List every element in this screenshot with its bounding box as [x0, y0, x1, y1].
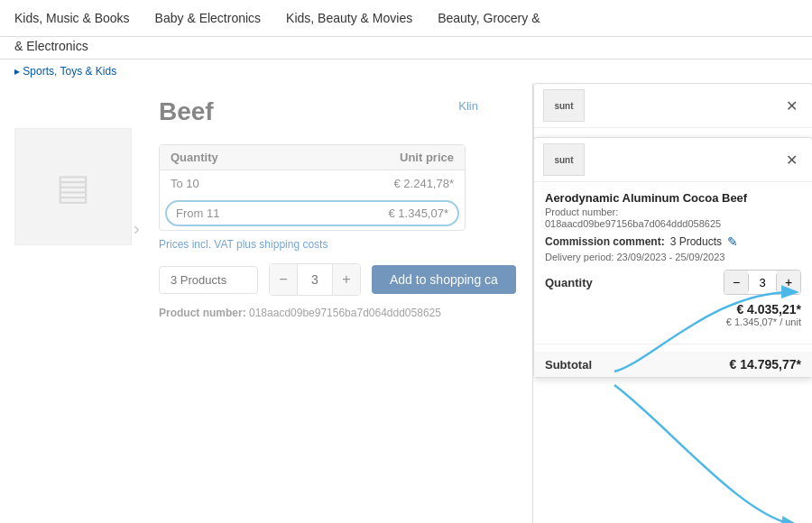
price-table: Quantity Unit price To 10 € 2.241,78* Fr… [159, 144, 466, 231]
cart-subtotal-row: Subtotal € 14.795,77* [534, 352, 812, 377]
cart-panel-back-header: sunt ✕ [534, 84, 812, 128]
cart-price-main-front: € 4.035,21* [545, 302, 801, 317]
qty-increase-btn[interactable]: + [333, 264, 360, 295]
breadcrumb[interactable]: ▸ Sports, Toys & Kids [0, 60, 812, 83]
product-number-line: Product number: 018aacd09be97156ba7d064d… [159, 307, 518, 319]
unit-price-1: € 2.241,78* [393, 177, 454, 190]
products-selector[interactable]: 3 Products [159, 266, 258, 294]
cart-close-back-btn[interactable]: ✕ [780, 96, 803, 116]
cart-qty-stepper-front[interactable]: − 3 + [724, 270, 801, 295]
qty-range-2: From 11 [176, 206, 219, 220]
cart-qty-decrease-front[interactable]: − [724, 271, 748, 294]
top-navigation: Kids, Music & Books Baby & Electronics K… [0, 0, 812, 37]
cart-body-front: Aerodynamic Aluminum Cocoa Beef Product … [534, 182, 812, 336]
main-content: ▤ › Beef Klin Quantity Unit price To 10 … [0, 83, 812, 523]
cart-subtotal-label: Subtotal [545, 358, 592, 372]
nav-item-electronics[interactable]: & Electronics [14, 39, 88, 53]
add-to-cart-button[interactable]: Add to shopping ca [372, 265, 516, 294]
kli-link[interactable]: Klin [458, 99, 478, 113]
nav-item-beauty[interactable]: Beauty, Grocery & [438, 11, 540, 25]
nav-item-kids-beauty[interactable]: Kids, Beauty & Movies [286, 11, 412, 25]
cart-delivery-front: Delivery period: 23/09/2023 - 25/09/2023 [545, 252, 801, 262]
quantity-stepper[interactable]: − + [269, 263, 361, 296]
next-image-arrow[interactable]: › [134, 218, 140, 239]
cart-qty-label-front: Quantity [545, 276, 593, 289]
cart-qty-val-front: 3 [748, 274, 777, 291]
cart-product-number-label-front: Product number: [545, 206, 801, 217]
cart-product-number-front: 018aacd09be97156ba7d064ddd058625 [545, 218, 801, 229]
price-row-1: To 10 € 2.241,78* [160, 170, 465, 197]
price-row-2: From 11 € 1.345,07* [165, 200, 459, 226]
cart-divider [534, 344, 812, 344]
cart-thumbnail-back: sunt [543, 89, 585, 122]
cart-product-name-front: Aerodynamic Aluminum Cocoa Beef [545, 191, 801, 205]
nav-item-kids-music[interactable]: Kids, Music & Books [14, 11, 130, 25]
left-panel: ▤ › Beef Klin Quantity Unit price To 10 … [0, 83, 532, 523]
cart-qty-increase-front[interactable]: + [777, 271, 800, 294]
cart-qty-row-front: Quantity − 3 + [545, 270, 801, 295]
cart-thumbnail-front: sunt [543, 143, 585, 176]
right-panel: sunt ✕ Aerodynamic Aluminum Cocoa Beef P… [532, 83, 812, 523]
unit-price-2: € 1.345,07* [388, 206, 448, 220]
controls-row: 3 Products − + Add to shopping ca [159, 263, 518, 296]
price-table-header: Quantity Unit price [160, 145, 465, 170]
cart-panel-front: sunt ✕ Aerodynamic Aluminum Cocoa Beef P… [533, 137, 812, 378]
nav-item-baby[interactable]: Baby & Electronics [155, 11, 262, 25]
cart-commission-front: Commission comment: 3 Products ✎ [545, 234, 801, 249]
product-image: ▤ [14, 128, 132, 245]
cart-price-unit-front: € 1.345,07* / unit [545, 317, 801, 327]
vat-note: Prices incl. VAT plus shipping costs [159, 238, 518, 251]
qty-input[interactable] [297, 264, 333, 295]
edit-commission-front-icon[interactable]: ✎ [727, 234, 738, 249]
cart-panel-front-header: sunt ✕ [534, 138, 812, 182]
qty-range-1: To 10 [171, 177, 199, 190]
cart-close-front-btn[interactable]: ✕ [780, 150, 803, 170]
cart-subtotal-value: € 14.795,77* [730, 357, 801, 372]
qty-decrease-btn[interactable]: − [270, 264, 297, 295]
